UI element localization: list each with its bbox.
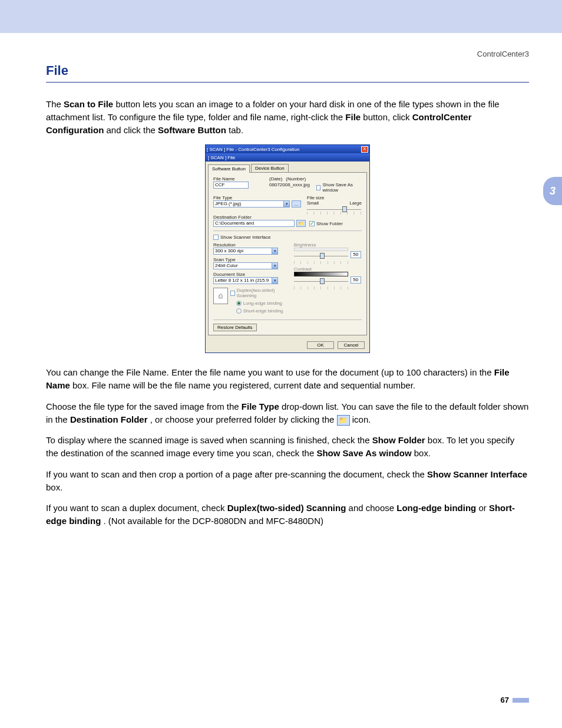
chevron-down-icon[interactable]: ▾ xyxy=(272,262,278,269)
text: If you want to scan a duplex document, c… xyxy=(46,503,227,513)
browse-folder-icon: 📁 xyxy=(337,415,350,426)
brightness-label: Brightness xyxy=(294,242,362,248)
file-size-label: File size xyxy=(307,195,362,200)
text: box. File name will be the file name you… xyxy=(72,380,415,390)
show-folder-checkbox[interactable] xyxy=(309,221,315,226)
file-name-input[interactable]: CCF xyxy=(213,182,249,189)
show-folder-label: Show Folder xyxy=(316,221,343,226)
scan-type-label: Scan Type xyxy=(213,257,288,262)
file-type-select[interactable]: JPEG (*.jpg) xyxy=(213,200,284,207)
tab-software-button[interactable]: Software Button xyxy=(208,164,250,173)
short-edge-radio[interactable] xyxy=(236,308,242,314)
intro-paragraph: The Scan to File button lets you scan an… xyxy=(46,98,529,136)
page-header: ControlCenter3 xyxy=(0,33,562,58)
chevron-down-icon[interactable]: ▾ xyxy=(284,200,290,207)
dialog-titlebar: [ SCAN ] File - ControlCenter3 Configura… xyxy=(206,145,369,153)
file-size-small-label: Small xyxy=(307,200,319,206)
cancel-button[interactable]: Cancel xyxy=(338,341,365,349)
number-label: (Number) xyxy=(286,176,306,182)
file-size-large-label: Large xyxy=(350,200,362,206)
text: . (Not available for the DCP-8080DN and … xyxy=(104,516,323,526)
show-scanner-interface-term: Show Scanner Interface xyxy=(427,469,527,479)
long-edge-label: Long-edge binding xyxy=(243,301,282,306)
show-save-as-checkbox[interactable] xyxy=(316,185,321,190)
resolution-label: Resolution xyxy=(213,242,288,248)
duplex-scanning-label: Duplex(two-sided) Scanning xyxy=(237,288,288,298)
chevron-down-icon[interactable]: ▾ xyxy=(272,248,278,255)
file-type-options-button[interactable]: … xyxy=(292,200,301,207)
show-folder-paragraph: To display where the scanned image is sa… xyxy=(46,434,529,460)
text: and choose xyxy=(349,503,397,513)
text: tab. xyxy=(229,125,243,135)
brightness-slider[interactable] xyxy=(294,256,348,256)
text: button, click xyxy=(363,112,412,122)
text: or xyxy=(478,503,489,513)
contrast-label: Contrast xyxy=(294,266,362,272)
resolution-select[interactable]: 300 x 300 dpi xyxy=(213,248,272,255)
document-size-select[interactable]: Letter 8 1/2 x 11 in (215.9 x 279.4 mm) xyxy=(213,277,272,284)
contrast-value: 50 xyxy=(351,276,361,284)
long-edge-radio[interactable] xyxy=(236,301,242,306)
text: and click the xyxy=(107,125,158,135)
text: You can change the File Name. Enter the … xyxy=(46,367,494,377)
duplex-scanning-checkbox[interactable] xyxy=(230,291,235,296)
dialog-title-text: [ SCAN ] File - ControlCenter3 Configura… xyxy=(207,147,299,152)
section-title: File xyxy=(46,63,529,83)
brightness-value: 50 xyxy=(351,251,361,258)
chapter-tab: 3 xyxy=(543,177,562,205)
text: icon. xyxy=(352,414,371,424)
text: box. xyxy=(46,482,62,492)
file-type-term: File Type xyxy=(242,401,279,411)
file-type-label: File Type xyxy=(213,195,301,200)
text: To display where the scanned image is sa… xyxy=(46,435,372,445)
browse-folder-icon[interactable]: 📁 xyxy=(296,220,306,227)
duplex-paragraph: If you want to scan a duplex document, c… xyxy=(46,502,529,528)
show-scanner-interface-checkbox[interactable] xyxy=(213,235,219,240)
tab-device-button[interactable]: Device Button xyxy=(251,164,289,172)
destination-folder-label: Destination Folder xyxy=(213,215,362,220)
text: The xyxy=(46,99,64,109)
duplex-scanning-term: Duplex(two-sided) Scanning xyxy=(227,503,346,513)
file-term: File xyxy=(345,112,361,122)
text: box. xyxy=(414,448,431,458)
file-name-sample: 08072008_xxxx.jpg xyxy=(269,182,310,187)
text: If you want to scan and then crop a port… xyxy=(46,469,427,479)
show-folder-term: Show Folder xyxy=(372,435,425,445)
scan-type-select[interactable]: 24bit Color xyxy=(213,262,272,269)
restore-defaults-button[interactable]: Restore Defaults xyxy=(213,324,257,331)
file-name-paragraph: You can change the File Name. Enter the … xyxy=(46,366,529,392)
text: , or choose your preferred folder by cli… xyxy=(150,414,337,424)
scan-to-file-term: Scan to File xyxy=(64,99,113,109)
software-button-term: Software Button xyxy=(158,125,226,135)
text: Choose the file type for the saved image… xyxy=(46,401,242,411)
dialog-subtitle: [ SCAN ] File xyxy=(206,153,369,162)
show-scanner-interface-label: Show Scanner Interface xyxy=(220,235,270,240)
chevron-down-icon[interactable]: ▾ xyxy=(272,277,278,284)
configuration-dialog: [ SCAN ] File - ControlCenter3 Configura… xyxy=(205,144,370,353)
top-bar xyxy=(0,0,562,33)
contrast-slider[interactable] xyxy=(294,281,348,282)
duplex-icon: ⎙ xyxy=(213,288,228,304)
short-edge-label: Short-edge binding xyxy=(243,308,283,314)
destination-folder-term: Destination Folder xyxy=(70,414,148,424)
close-icon[interactable]: X xyxy=(361,146,368,153)
document-size-label: Document Size xyxy=(213,272,288,277)
ok-button[interactable]: OK xyxy=(307,341,334,349)
date-label: (Date) xyxy=(269,176,282,182)
contrast-bar xyxy=(294,272,348,276)
destination-folder-input[interactable]: C:\Documents and Settings\xxxxx\My Docum… xyxy=(213,220,295,227)
long-edge-binding-term: Long-edge binding xyxy=(396,503,476,513)
show-save-as-label: Show Save As window xyxy=(322,182,362,193)
file-size-slider[interactable] xyxy=(307,209,361,210)
show-save-as-window-term: Show Save As window xyxy=(316,448,411,458)
file-name-label: File Name xyxy=(213,176,263,182)
scanner-interface-paragraph: If you want to scan and then crop a port… xyxy=(46,468,529,494)
file-type-paragraph: Choose the file type for the saved image… xyxy=(46,400,529,426)
